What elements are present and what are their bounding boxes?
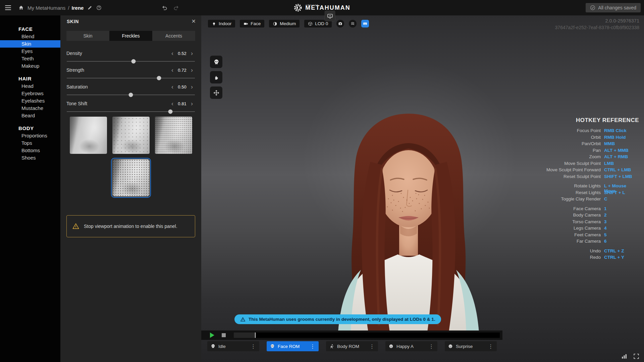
animation-body-rom[interactable]: Body ROM⋮ [326,341,378,351]
groom-button[interactable] [349,20,357,27]
sidebar-item-head[interactable]: Head [0,82,60,90]
sidebar-item-eyelashes[interactable]: Eyelashes [0,97,60,105]
environment-button[interactable]: Indoor [208,20,235,27]
close-icon[interactable]: ✕ [192,19,196,24]
hotkey-action: Pan/Orbit [582,141,601,146]
keyboard-shortcuts-button[interactable] [361,20,369,27]
slider-strength: Strength‹0.72› [66,66,195,78]
slider-track[interactable] [67,95,195,95]
decrement-icon[interactable]: ‹ [169,84,176,90]
pose-tool-button[interactable] [210,71,222,83]
sidebar-item-mustache[interactable]: Mustache [0,105,60,112]
increment-icon[interactable]: › [189,67,195,73]
animation-idle[interactable]: Idle⋮ [207,341,259,351]
hotkey-key: 3 [604,219,639,224]
slider-track[interactable] [67,78,195,78]
animation-surprise[interactable]: Surprise⋮ [445,341,497,351]
hotkey-action: Redo [590,255,601,260]
animation-face-rom[interactable]: Face ROM⋮ [267,341,319,351]
sidebar-item-beard[interactable]: Beard [0,112,60,119]
increment-icon[interactable]: › [189,50,195,56]
viewport[interactable]: IndoorFaceMediumLOD 0 2.0.0-25976371 376… [201,15,644,362]
rename-icon[interactable] [87,5,93,10]
tab-skin[interactable]: Skin [66,31,109,41]
hotkey-row-redo: RedoCTRL + Y [546,255,639,261]
tab-accents[interactable]: Accents [152,31,195,41]
slider-track[interactable] [67,61,195,62]
breadcrumb-separator: / [68,5,69,11]
animation-label: Happy A [396,344,428,349]
play-button[interactable] [210,333,214,338]
quality-button[interactable]: Medium [269,20,300,27]
hotkey-action: Reset Sculpt Point [564,174,601,179]
camera-button[interactable] [336,20,344,27]
hand-icon [213,74,219,80]
more-options-icon[interactable]: ⋮ [487,343,494,350]
sidebar-item-bottoms[interactable]: Bottoms [0,147,60,154]
sidebar-item-eyebrows[interactable]: Eyebrows [0,90,60,97]
hotkey-row-toggle-clay-render: Toggle Clay RenderC [546,196,639,203]
hotkey-row-focus-point: Focus PointRMB Click [546,128,639,135]
slider-value[interactable]: 0.72 [176,68,189,73]
freckle-preset-none[interactable] [70,117,107,154]
sidebar-section-face: FACE [0,25,60,33]
sidebar-item-makeup[interactable]: Makeup [0,62,60,70]
slider-value[interactable]: 0.52 [176,51,189,56]
decrement-icon[interactable]: ‹ [169,50,176,56]
hotkey-key: SHIFT + LMB [604,174,639,179]
slider-handle[interactable] [131,59,136,64]
timeline-scrubber[interactable] [234,333,500,338]
skull-icon [213,59,219,65]
sidebar-item-proportions[interactable]: Proportions [0,132,60,139]
slider-track[interactable] [67,111,195,112]
menu-icon[interactable] [3,3,13,12]
sculpt-tool-button[interactable] [210,56,222,68]
slider-handle[interactable] [129,93,133,97]
increment-icon[interactable]: › [189,101,195,107]
decrement-icon[interactable]: ‹ [169,101,176,107]
hotkey-row-body-camera: Body Camera2 [546,213,639,219]
tab-freckles[interactable]: Freckles [109,31,152,41]
sidebar-item-teeth[interactable]: Teeth [0,55,60,62]
more-options-icon[interactable]: ⋮ [250,343,257,350]
breadcrumb-my-metahumans[interactable]: My MetaHumans [28,5,65,11]
more-options-icon[interactable]: ⋮ [368,343,376,350]
sidebar-item-skin[interactable]: Skin [0,40,60,48]
undo-icon[interactable] [162,5,168,11]
stats-icon[interactable] [621,353,627,359]
home-icon[interactable] [18,5,24,10]
freckle-preset-light[interactable] [112,117,150,154]
animation-label: Surprise [456,344,487,349]
slider-tone-shift: Tone Shift‹0.81› [66,100,195,112]
increment-icon[interactable]: › [189,84,195,90]
breadcrumb: My MetaHumans / Irene [28,5,84,11]
sidebar-item-tops[interactable]: Tops [0,139,60,147]
slider-value[interactable]: 0.50 [176,84,189,89]
more-options-icon[interactable]: ⋮ [428,343,435,350]
hotkey-key: C [604,196,639,201]
slider-value[interactable]: 0.81 [176,101,189,106]
help-icon[interactable] [96,5,102,10]
redo-icon[interactable] [173,5,179,11]
fullscreen-icon[interactable] [633,353,639,359]
main-area: FACEBlendSkinEyesTeethMakeupHAIRHeadEyeb… [0,15,644,362]
slider-handle[interactable] [157,76,161,80]
freckle-preset-medium[interactable] [112,159,150,196]
sidebar-item-shoes[interactable]: Shoes [0,154,60,162]
hotkey-key: ALT + RMB [604,154,639,159]
timeline-playhead[interactable] [255,333,256,338]
more-options-icon[interactable]: ⋮ [309,343,316,350]
move-tool-button[interactable] [210,86,222,99]
preview-screen-button[interactable] [325,11,335,21]
camera-icon [338,21,342,26]
hotkey-row-reset-lights: Reset LightsSHIFT + L [546,190,639,197]
decrement-icon[interactable]: ‹ [169,67,176,73]
sidebar-item-eyes[interactable]: Eyes [0,48,60,55]
freckle-preset-heavy[interactable] [155,117,192,154]
sidebar-item-blend[interactable]: Blend [0,33,60,40]
stop-button[interactable] [222,333,226,337]
camera-preset-button[interactable]: Face [240,20,264,27]
animation-happy-a[interactable]: Happy A⋮ [385,341,437,351]
slider-handle[interactable] [168,110,173,114]
environment-label: Indoor [219,21,231,26]
